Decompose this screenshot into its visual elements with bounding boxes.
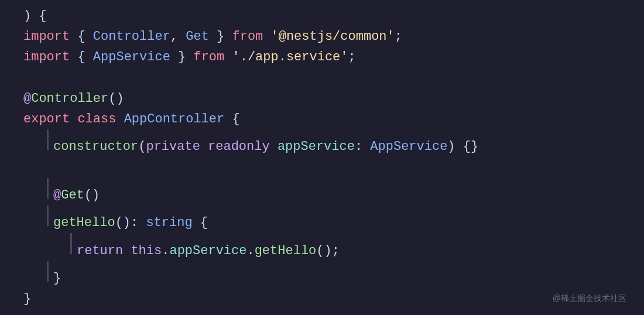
line-gethello-sig: getHello (): string { — [23, 206, 621, 233]
line-partial-top: ) { — [23, 6, 621, 26]
line-blank2 — [23, 158, 621, 178]
line-constructor: constructor ( private readonly appServic… — [23, 129, 621, 157]
line-import-appservice: import { AppService } from './app.servic… — [23, 47, 621, 67]
watermark: @稀土掘金技术社区 — [553, 292, 626, 304]
line-return: return this . appService . getHello (); — [23, 233, 621, 261]
line-blank1 — [23, 68, 621, 88]
line-close-method: } — [23, 261, 621, 289]
line-import-controller: import { Controller , Get } from '@nestj… — [23, 26, 621, 47]
line-close-class: } — [23, 289, 621, 309]
line-export-class: export class AppController { — [23, 109, 621, 129]
code-editor: ) { import { Controller , Get } from '@n… — [0, 0, 644, 315]
line-decorator-controller: @ Controller () — [23, 88, 621, 109]
line-decorator-get: @ Get () — [23, 178, 621, 206]
